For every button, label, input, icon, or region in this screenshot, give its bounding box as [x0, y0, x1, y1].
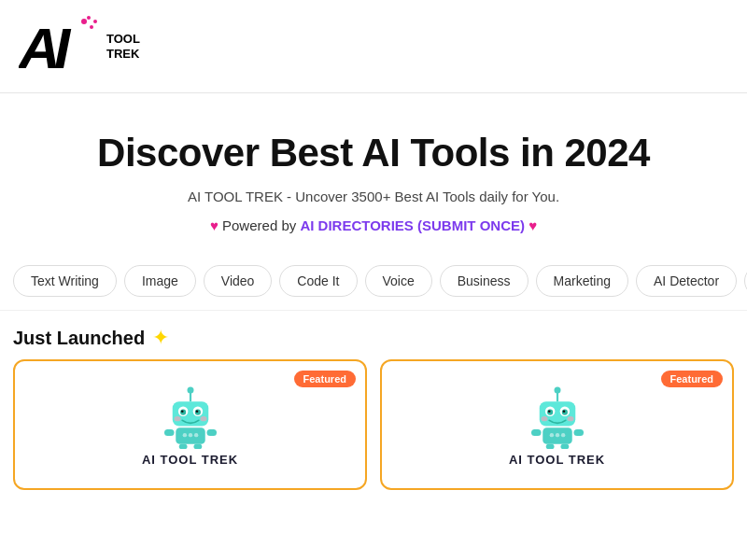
- nav-pill-marketing[interactable]: Marketing: [536, 265, 628, 297]
- svg-point-35: [567, 416, 573, 421]
- card-0-badge: Featured: [294, 371, 356, 387]
- category-nav: Text WritingImageVideoCode ItVoiceBusine…: [0, 252, 747, 311]
- svg-point-15: [174, 416, 180, 421]
- card-0[interactable]: Featured: [13, 359, 367, 490]
- svg-point-16: [200, 416, 206, 421]
- svg-point-33: [562, 410, 565, 413]
- svg-point-41: [549, 432, 553, 436]
- nav-pill-ai-detector[interactable]: AI Detector: [636, 265, 737, 297]
- svg-point-2: [81, 19, 87, 24]
- svg-point-7: [187, 386, 193, 393]
- logo-text: TOOL TREK: [106, 32, 140, 61]
- nav-pill-image[interactable]: Image: [124, 265, 196, 297]
- svg-rect-21: [193, 443, 202, 448]
- svg-point-24: [193, 432, 197, 436]
- svg-text:I: I: [54, 16, 72, 79]
- hero-title: Discover Best AI Tools in 2024: [19, 131, 728, 175]
- svg-rect-18: [164, 429, 175, 436]
- svg-rect-38: [573, 429, 584, 436]
- svg-point-13: [180, 410, 183, 413]
- svg-point-14: [195, 410, 198, 413]
- nav-pill-video[interactable]: Video: [204, 265, 273, 297]
- just-launched-title: Just Launched: [13, 328, 145, 349]
- svg-rect-40: [560, 443, 569, 448]
- hero-subtitle: AI TOOL TREK - Uncover 3500+ Best AI Too…: [19, 189, 728, 204]
- header: A I TOOL TREK: [0, 0, 747, 93]
- svg-point-32: [547, 410, 550, 413]
- svg-point-3: [90, 25, 93, 29]
- logo-icon: A I: [19, 14, 101, 79]
- just-launched-header: Just Launched ✦: [0, 311, 747, 359]
- card-label: AI TOOL TREK: [509, 453, 605, 467]
- card-label: AI TOOL TREK: [142, 453, 238, 467]
- card-1[interactable]: Featured: [380, 359, 734, 490]
- svg-point-34: [541, 416, 547, 421]
- ai-directories-link[interactable]: AI DIRECTORIES (SUBMIT ONCE): [300, 217, 525, 233]
- heart-right-icon: ♥: [529, 217, 537, 233]
- heart-left-icon: ♥: [210, 217, 218, 233]
- logo[interactable]: A I TOOL TREK: [19, 14, 140, 79]
- svg-rect-20: [178, 443, 187, 448]
- nav-pill-voice[interactable]: Voice: [365, 265, 432, 297]
- svg-point-26: [554, 386, 560, 393]
- nav-pill-text-writing[interactable]: Text Writing: [13, 265, 117, 297]
- svg-point-5: [93, 20, 97, 23]
- svg-rect-19: [206, 429, 217, 436]
- cards-grid: Featured: [0, 359, 747, 490]
- nav-pill-business[interactable]: Business: [440, 265, 529, 297]
- hero-powered: ♥ Powered by AI DIRECTORIES (SUBMIT ONCE…: [19, 217, 728, 233]
- robot-icon: [525, 384, 590, 449]
- svg-point-42: [555, 432, 558, 436]
- card-1-badge: Featured: [661, 371, 723, 387]
- sparkle-icon: ✦: [152, 326, 169, 350]
- hero-section: Discover Best AI Tools in 2024 AI TOOL T…: [0, 93, 747, 252]
- svg-point-22: [182, 432, 186, 436]
- svg-rect-39: [545, 443, 554, 448]
- nav-pill-code-it[interactable]: Code It: [279, 265, 357, 297]
- svg-point-23: [188, 432, 191, 436]
- svg-point-4: [87, 16, 91, 20]
- robot-icon: [158, 384, 223, 449]
- powered-by-text: Powered by: [222, 217, 300, 233]
- svg-rect-37: [531, 429, 542, 436]
- svg-point-43: [560, 432, 564, 436]
